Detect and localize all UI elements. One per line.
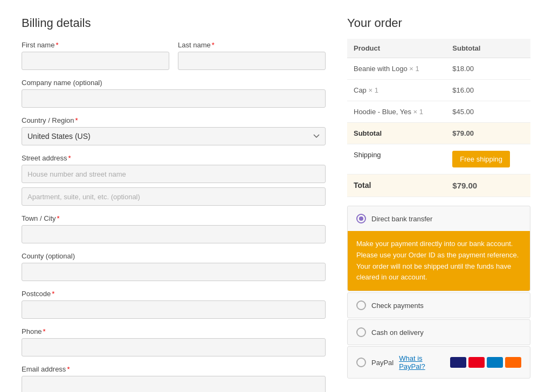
- radio-paypal[interactable]: [356, 358, 366, 367]
- town-label: Town / City*: [22, 214, 326, 222]
- billing-section: Billing details First name* Last name* C…: [22, 16, 326, 392]
- payment-label-direct-bank: Direct bank transfer: [371, 215, 432, 223]
- order-section: Your order Product Subtotal Beanie with …: [347, 16, 530, 392]
- first-name-label: First name*: [22, 41, 169, 49]
- table-header-row: Product Subtotal: [347, 39, 530, 58]
- visa-icon: [450, 357, 466, 368]
- email-label: Email address*: [22, 365, 326, 373]
- postcode-group: Postcode*: [22, 290, 326, 319]
- first-name-input[interactable]: [22, 52, 169, 70]
- col-subtotal: Subtotal: [446, 39, 530, 58]
- country-group: Country / Region* United States (US): [22, 116, 326, 145]
- mastercard-icon: [468, 357, 485, 368]
- discover-icon: [505, 357, 521, 368]
- product-price: $18.00: [446, 58, 530, 80]
- payment-label-cod: Cash on delivery: [371, 328, 424, 337]
- company-group: Company name (optional): [22, 79, 326, 108]
- paypal-link[interactable]: What is PayPal?: [399, 354, 445, 370]
- name-row: First name* Last name*: [22, 41, 326, 70]
- payment-option-check: Check payments: [347, 292, 530, 318]
- payment-option-direct-bank: Direct bank transfer Make your payment d…: [347, 206, 530, 291]
- shipping-label: Shipping: [347, 144, 446, 174]
- total-label: Total: [347, 174, 446, 197]
- table-row: Hoodie - Blue, Yes × 1 $45.00: [347, 101, 530, 123]
- product-price: $45.00: [446, 101, 530, 123]
- county-label: County (optional): [22, 252, 326, 260]
- town-input[interactable]: [22, 225, 326, 243]
- payment-option-header-cod[interactable]: Cash on delivery: [348, 320, 530, 345]
- product-price: $16.00: [446, 80, 530, 101]
- postcode-input[interactable]: [22, 300, 326, 319]
- street2-input[interactable]: [22, 187, 326, 206]
- email-group: Email address*: [22, 365, 326, 392]
- shipping-value: Free shipping: [446, 144, 530, 174]
- town-group: Town / City*: [22, 214, 326, 243]
- first-name-group: First name*: [22, 41, 169, 70]
- phone-group: Phone*: [22, 327, 326, 356]
- radio-cod[interactable]: [356, 327, 366, 337]
- order-title: Your order: [347, 16, 530, 30]
- subtotal-value: $79.00: [446, 123, 530, 144]
- order-table: Product Subtotal Beanie with Logo × 1 $1…: [347, 39, 530, 197]
- company-label: Company name (optional): [22, 79, 326, 87]
- payment-option-header-paypal[interactable]: PayPal What is PayPal?: [348, 347, 530, 378]
- last-name-label: Last name*: [178, 41, 326, 49]
- total-row: Total $79.00: [347, 174, 530, 197]
- phone-label: Phone*: [22, 327, 326, 335]
- payment-options: Direct bank transfer Make your payment d…: [347, 206, 530, 379]
- street-input[interactable]: [22, 165, 326, 183]
- country-select[interactable]: United States (US): [22, 127, 326, 145]
- payment-label-paypal: PayPal: [371, 359, 394, 367]
- postcode-label: Postcode*: [22, 290, 326, 298]
- payment-option-header-direct-bank[interactable]: Direct bank transfer: [348, 206, 530, 231]
- email-input[interactable]: [22, 376, 326, 392]
- billing-title: Billing details: [22, 16, 326, 30]
- radio-check[interactable]: [356, 300, 366, 310]
- payment-option-header-check[interactable]: Check payments: [348, 293, 530, 318]
- table-row: Beanie with Logo × 1 $18.00: [347, 58, 530, 80]
- product-name: Hoodie - Blue, Yes × 1: [347, 101, 446, 123]
- last-name-input[interactable]: [178, 52, 326, 70]
- phone-input[interactable]: [22, 338, 326, 356]
- col-product: Product: [347, 39, 446, 58]
- paypal-card-icons: [450, 357, 521, 368]
- product-name: Cap × 1: [347, 80, 446, 101]
- payment-label-check: Check payments: [371, 302, 424, 310]
- total-value: $79.00: [446, 174, 530, 197]
- shipping-row: Shipping Free shipping: [347, 144, 530, 174]
- last-name-group: Last name*: [178, 41, 326, 70]
- county-input[interactable]: [22, 263, 326, 281]
- shipping-badge: Free shipping: [452, 151, 510, 167]
- company-input[interactable]: [22, 89, 326, 108]
- page-wrapper: Billing details First name* Last name* C…: [0, 0, 552, 392]
- street-group: Street address*: [22, 154, 326, 206]
- radio-direct-bank[interactable]: [356, 214, 366, 223]
- product-name: Beanie with Logo × 1: [347, 58, 446, 80]
- table-row: Cap × 1 $16.00: [347, 80, 530, 101]
- payment-option-paypal: PayPal What is PayPal?: [347, 346, 530, 379]
- subtotal-row: Subtotal $79.00: [347, 123, 530, 144]
- amex-icon: [487, 357, 503, 368]
- subtotal-label: Subtotal: [347, 123, 446, 144]
- street-label: Street address*: [22, 154, 326, 162]
- payment-option-cod: Cash on delivery: [347, 319, 530, 345]
- county-group: County (optional): [22, 252, 326, 281]
- payment-description-direct-bank: Make your payment directly into our bank…: [348, 231, 530, 291]
- country-label: Country / Region*: [22, 116, 326, 124]
